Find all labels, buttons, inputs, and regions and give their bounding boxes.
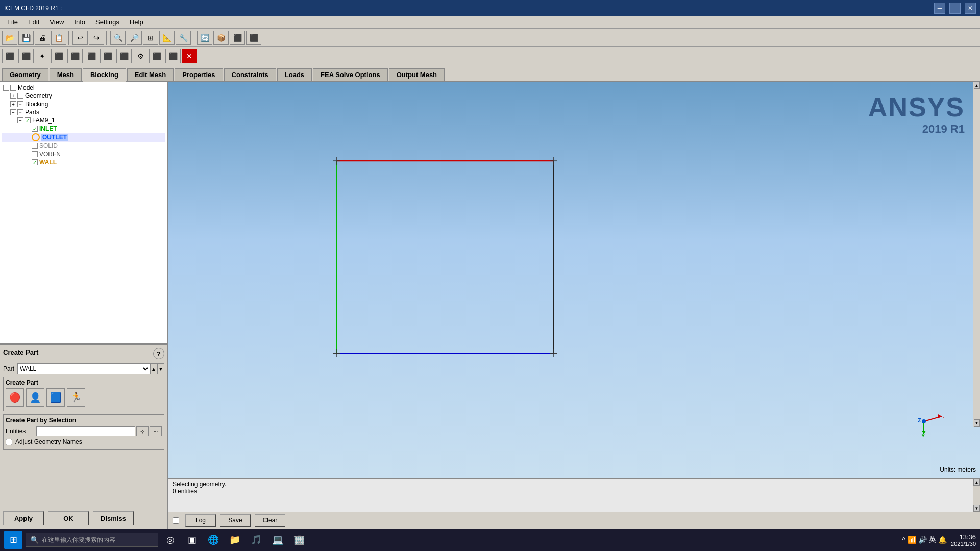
geom-tool-10[interactable]: ⬛	[149, 49, 164, 63]
entities-select-btn[interactable]: ⊹	[136, 426, 149, 436]
open-button[interactable]: 📂	[2, 31, 17, 45]
entity-icon-4[interactable]: 🏃	[67, 388, 85, 407]
tree-item-model[interactable]: − − Model	[2, 84, 165, 92]
geom-tool-2[interactable]: ⬛	[18, 49, 34, 63]
network-icon[interactable]: 📶	[908, 536, 916, 544]
volume-icon[interactable]: 🔊	[918, 536, 927, 544]
viewport-scrollbar-vertical[interactable]: ▲ ▼	[973, 82, 980, 427]
circle-outlet[interactable]	[32, 133, 40, 141]
log-scroll-down[interactable]: ▼	[973, 505, 980, 512]
expand-geometry[interactable]: +	[10, 93, 16, 99]
tree-item-fam9[interactable]: − ✓ FAM9_1	[2, 116, 165, 124]
expand-fam9[interactable]: −	[17, 117, 23, 123]
dismiss-button[interactable]: Dismiss	[93, 511, 134, 525]
tab-blocking[interactable]: Blocking	[83, 68, 126, 82]
part-scroll-up[interactable]: ▲	[150, 363, 157, 374]
check-solid[interactable]	[32, 143, 38, 149]
expand-model[interactable]: −	[3, 85, 9, 91]
geom-tool-4[interactable]: ⬛	[51, 49, 66, 63]
tab-constraints[interactable]: Constraints	[224, 68, 276, 81]
geom-tool-9[interactable]: ⚙	[133, 49, 148, 63]
log-scrollbar[interactable]: ▲ ▼	[973, 479, 980, 512]
adjust-geometry-checkbox[interactable]	[6, 439, 12, 445]
tab-output-mesh[interactable]: Output Mesh	[389, 68, 445, 81]
entities-input[interactable]	[36, 426, 135, 436]
entity-icon-2[interactable]: 👤	[26, 388, 44, 407]
search-placeholder[interactable]: 在这里输入你要搜索的内容	[42, 536, 115, 544]
taskbar-icon-computer[interactable]: 💻	[268, 531, 287, 549]
tree-item-inlet[interactable]: + ✓ INLET	[2, 124, 165, 133]
tab-properties[interactable]: Properties	[175, 68, 223, 81]
ime-icon[interactable]: 英	[929, 535, 936, 544]
taskbar-icon-explorer[interactable]: 📁	[226, 531, 244, 549]
part-scroll-down[interactable]: ▼	[157, 363, 164, 374]
log-checkbox[interactable]	[173, 517, 179, 524]
save-button[interactable]: 💾	[18, 31, 34, 45]
check-model[interactable]: −	[10, 85, 16, 91]
menu-settings[interactable]: Settings	[90, 17, 125, 27]
undo-button[interactable]: ↩	[72, 31, 88, 45]
apply-button[interactable]: Apply	[3, 511, 44, 525]
tree-item-blocking[interactable]: + − Blocking	[2, 100, 165, 108]
check-vorfn[interactable]	[32, 151, 38, 157]
check-blocking[interactable]: −	[17, 101, 23, 107]
zoom-in-button[interactable]: 🔍	[110, 31, 126, 45]
save-log-button[interactable]: Save	[220, 514, 251, 527]
entity-icon-1[interactable]: 🔴	[6, 388, 24, 407]
notification-chevron[interactable]: ^	[902, 536, 905, 544]
taskbar-icon-office[interactable]: 🏢	[290, 531, 308, 549]
part-select[interactable]: WALL INLET OUTLET SOLID VORFN	[17, 363, 150, 374]
taskbar-icon-edge[interactable]: 🌐	[204, 531, 223, 549]
search-bar[interactable]: 🔍 在这里输入你要搜索的内容	[26, 533, 158, 547]
geom-tool-11[interactable]: ⬛	[165, 49, 181, 63]
viewport[interactable]: ANSYS 2019 R1	[168, 82, 980, 478]
tree-item-solid[interactable]: + SOLID	[2, 142, 165, 150]
check-fam9[interactable]: ✓	[24, 117, 31, 123]
menu-help[interactable]: Help	[125, 17, 149, 27]
tree-item-geometry[interactable]: + − Geometry	[2, 92, 165, 100]
geom-tool-5[interactable]: ⬛	[67, 49, 83, 63]
menu-file[interactable]: File	[2, 17, 23, 27]
check-geometry[interactable]: −	[17, 93, 23, 99]
ok-button[interactable]: OK	[48, 511, 89, 525]
tab-edit-mesh[interactable]: Edit Mesh	[127, 68, 174, 81]
check-wall[interactable]: ✓	[32, 159, 38, 165]
check-parts[interactable]: −	[17, 109, 23, 115]
geom-tool-8[interactable]: ⬛	[116, 49, 132, 63]
taskbar-icon-multitask[interactable]: ▣	[183, 531, 201, 549]
entities-more-btn[interactable]: ···	[150, 426, 162, 436]
reflect-button[interactable]: ⬛	[246, 31, 261, 45]
scroll-down-btn[interactable]: ▼	[974, 419, 980, 427]
maximize-button[interactable]: □	[949, 3, 961, 14]
translate-button[interactable]: 📦	[213, 31, 229, 45]
tab-fea[interactable]: FEA Solve Options	[313, 68, 388, 81]
geom-tool-7[interactable]: ⬛	[100, 49, 115, 63]
properties-button[interactable]: 📋	[51, 31, 66, 45]
action-center-icon[interactable]: 🔔	[938, 536, 947, 544]
zoom-out-button[interactable]: 🔎	[127, 31, 142, 45]
measure-button[interactable]: 📐	[159, 31, 175, 45]
log-button[interactable]: Log	[185, 514, 216, 527]
minimize-button[interactable]: ─	[934, 3, 945, 14]
log-scroll-up[interactable]: ▲	[973, 479, 980, 486]
create-part-help[interactable]: ?	[153, 348, 164, 359]
tree-item-outlet[interactable]: + OUTLET	[2, 133, 165, 142]
rotate-button[interactable]: 🔄	[197, 31, 212, 45]
taskbar-icon-media[interactable]: 🎵	[247, 531, 265, 549]
tree-item-vorfn[interactable]: + VORFN	[2, 150, 165, 158]
settings-button[interactable]: 🔧	[176, 31, 191, 45]
tab-loads[interactable]: Loads	[277, 68, 312, 81]
scale-button[interactable]: ⬛	[230, 31, 245, 45]
clear-log-button[interactable]: Clear	[255, 514, 285, 527]
fit-button[interactable]: ⊞	[143, 31, 158, 45]
expand-blocking[interactable]: +	[10, 101, 16, 107]
close-button[interactable]: ✕	[965, 3, 976, 14]
taskbar-icon-cortana[interactable]: ◎	[161, 531, 180, 549]
check-inlet[interactable]: ✓	[32, 126, 38, 132]
geom-tool-1[interactable]: ⬛	[2, 49, 17, 63]
expand-parts[interactable]: −	[10, 109, 16, 115]
redo-button[interactable]: ↪	[89, 31, 104, 45]
print-button[interactable]: 🖨	[35, 31, 50, 45]
menu-view[interactable]: View	[44, 17, 69, 27]
tab-mesh[interactable]: Mesh	[50, 68, 82, 81]
